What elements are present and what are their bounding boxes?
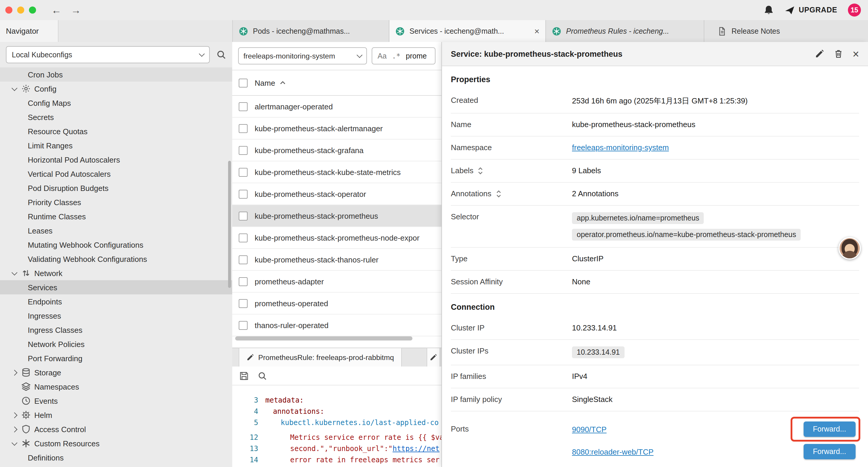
search-input[interactable]: Aa .* prome xyxy=(372,47,435,64)
notifications-bell-icon[interactable] xyxy=(763,5,774,16)
namespace-filter-select[interactable]: freeleaps-monitoring-system xyxy=(238,47,367,64)
sidebar-item-vertical-pod-autoscalers[interactable]: Vertical Pod Autoscalers xyxy=(0,167,232,181)
forward-arrow-icon[interactable]: → xyxy=(71,5,81,15)
regex-toggle[interactable]: .* xyxy=(392,52,401,60)
annotations-count[interactable]: 2 Annotations xyxy=(572,189,859,198)
dock-tab-prometheusrule[interactable]: PrometheusRule: freeleaps-prod-rabbitmq xyxy=(239,348,402,367)
horizontal-scrollbar[interactable] xyxy=(232,336,441,341)
table-row[interactable]: kube-prometheus-stack-operator xyxy=(232,183,441,205)
close-tab-icon[interactable]: × xyxy=(531,26,539,36)
sidebar-item-namespaces[interactable]: Namespaces xyxy=(0,380,232,394)
tab-release-notes[interactable]: Release Notes xyxy=(704,20,868,42)
sidebar-item-mutating-webhook-configurations[interactable]: Mutating Webhook Configurations xyxy=(0,238,232,252)
sidebar-item-pod-disruption-budgets[interactable]: Pod Disruption Budgets xyxy=(0,181,232,195)
table-row[interactable]: kube-prometheus-stack-kube-state-metrics xyxy=(232,162,441,183)
scrollbar-thumb[interactable] xyxy=(235,337,412,341)
row-checkbox[interactable] xyxy=(239,189,248,198)
sidebar-item-leases[interactable]: Leases xyxy=(0,224,232,238)
expand-collapse-icon[interactable] xyxy=(495,189,501,198)
sidebar-item-ingress-classes[interactable]: Ingress Classes xyxy=(0,323,232,337)
expand-collapse-icon[interactable] xyxy=(478,167,484,175)
sidebar-item-storage[interactable]: Storage xyxy=(0,365,232,380)
edit-pencil-icon[interactable] xyxy=(815,49,824,59)
search-icon[interactable] xyxy=(258,371,267,380)
kubeconfig-select[interactable]: Local Kubeconfigs xyxy=(6,46,210,63)
user-avatar[interactable] xyxy=(838,237,861,260)
row-checkbox[interactable] xyxy=(239,211,248,220)
namespace-link[interactable]: freeleaps-monitoring-system xyxy=(572,143,669,152)
close-icon[interactable]: × xyxy=(852,48,859,59)
delete-trash-icon[interactable] xyxy=(834,49,843,59)
sidebar-item-port-forwarding[interactable]: Port Forwarding xyxy=(0,351,232,365)
table-row[interactable]: thanos-ruler-operated xyxy=(232,315,441,337)
save-icon[interactable] xyxy=(239,371,249,380)
sidebar-item-secrets[interactable]: Secrets xyxy=(0,110,232,124)
row-checkbox[interactable] xyxy=(239,255,248,264)
row-checkbox[interactable] xyxy=(239,233,248,242)
expand-chevron-icon[interactable] xyxy=(11,441,18,445)
sidebar-item-horizontal-pod-autoscalers[interactable]: Horizontal Pod Autoscalers xyxy=(0,152,232,167)
dock-tab-partial[interactable] xyxy=(427,348,440,367)
sidebar-item-cron-jobs[interactable]: Cron Jobs xyxy=(0,67,232,82)
sidebar-item-runtime-classes[interactable]: Runtime Classes xyxy=(0,209,232,224)
upgrade-button[interactable]: UPGRADE xyxy=(784,5,837,15)
tab-prometheus-rules[interactable]: Prometheus Rules - icecheng... xyxy=(546,20,704,42)
sidebar-item-limit-ranges[interactable]: Limit Ranges xyxy=(0,138,232,152)
forward-port-button[interactable]: Forward... xyxy=(803,421,856,437)
property-row-labels: Labels 9 Labels xyxy=(451,159,859,183)
row-checkbox[interactable] xyxy=(239,168,248,176)
collapse-chevron-icon[interactable] xyxy=(11,370,18,375)
sidebar-search-icon[interactable] xyxy=(216,50,226,60)
sidebar-item-config-maps[interactable]: Config Maps xyxy=(0,96,232,110)
close-window-button[interactable] xyxy=(5,6,12,13)
table-row[interactable]: kube-prometheus-stack-grafana xyxy=(232,140,441,162)
forward-port-button[interactable]: Forward... xyxy=(803,444,856,459)
tab-services[interactable]: Services - icecheng@math... × xyxy=(390,20,546,42)
sidebar-item-network[interactable]: Network xyxy=(0,266,232,280)
sidebar-item-resource-quotas[interactable]: Resource Quotas xyxy=(0,124,232,138)
sidebar-item-services[interactable]: Services xyxy=(0,280,232,294)
back-arrow-icon[interactable]: ← xyxy=(52,5,61,15)
sidebar-item-custom-resources[interactable]: Custom Resources xyxy=(0,436,232,450)
sidebar-item-label: Ingress Classes xyxy=(28,325,83,334)
sidebar-item-priority-classes[interactable]: Priority Classes xyxy=(0,195,232,209)
maximize-window-button[interactable] xyxy=(29,6,36,13)
row-checkbox[interactable] xyxy=(239,277,248,286)
table-row-selected[interactable]: kube-prometheus-stack-prometheus xyxy=(232,205,441,227)
minimize-window-button[interactable] xyxy=(17,6,24,13)
sidebar-scrollbar[interactable] xyxy=(228,161,231,288)
sidebar-item-network-policies[interactable]: Network Policies xyxy=(0,337,232,351)
table-row[interactable]: prometheus-operated xyxy=(232,293,441,315)
sidebar-item-helm[interactable]: Helm xyxy=(0,408,232,422)
yaml-editor[interactable]: 3metadata: 4annotations: 5kubectl.kubern… xyxy=(232,385,441,467)
row-checkbox[interactable] xyxy=(239,146,248,154)
collapse-chevron-icon[interactable] xyxy=(11,413,18,417)
sidebar-item-events[interactable]: Events xyxy=(0,394,232,408)
table-row[interactable]: kube-prometheus-stack-thanos-ruler xyxy=(232,249,441,271)
row-checkbox[interactable] xyxy=(239,124,248,133)
sidebar-item-definitions[interactable]: Definitions xyxy=(0,450,232,465)
sidebar-item-config[interactable]: Config xyxy=(0,82,232,96)
select-all-checkbox[interactable] xyxy=(239,78,248,87)
sidebar-item-validating-webhook-configurations[interactable]: Validating Webhook Configurations xyxy=(0,252,232,266)
port-9090-link[interactable]: 9090/TCP xyxy=(572,425,607,434)
row-checkbox[interactable] xyxy=(239,321,248,329)
table-row[interactable]: alertmanager-operated xyxy=(232,96,441,118)
collapse-chevron-icon[interactable] xyxy=(11,427,18,431)
expand-chevron-icon[interactable] xyxy=(11,87,18,91)
port-8080-reloader-web-link[interactable]: 8080:reloader-web/TCP xyxy=(572,447,653,456)
expand-chevron-icon[interactable] xyxy=(11,271,18,275)
sidebar-item-endpoints[interactable]: Endpoints xyxy=(0,294,232,309)
table-row[interactable]: kube-prometheus-stack-alertmanager xyxy=(232,118,441,140)
notification-count-badge[interactable]: 15 xyxy=(848,4,861,17)
tab-pods[interactable]: Pods - icecheng@mathmas... xyxy=(233,20,390,42)
sidebar-item-ingresses[interactable]: Ingresses xyxy=(0,309,232,323)
row-checkbox[interactable] xyxy=(239,299,248,308)
row-checkbox[interactable] xyxy=(239,102,248,111)
labels-count[interactable]: 9 Labels xyxy=(572,166,859,175)
table-row[interactable]: prometheus-adapter xyxy=(232,271,441,293)
match-case-toggle[interactable]: Aa xyxy=(378,52,387,60)
name-column-header[interactable]: Name xyxy=(255,78,286,87)
sidebar-item-access-control[interactable]: Access Control xyxy=(0,422,232,436)
table-row[interactable]: kube-prometheus-stack-prometheus-node-ex… xyxy=(232,227,441,249)
